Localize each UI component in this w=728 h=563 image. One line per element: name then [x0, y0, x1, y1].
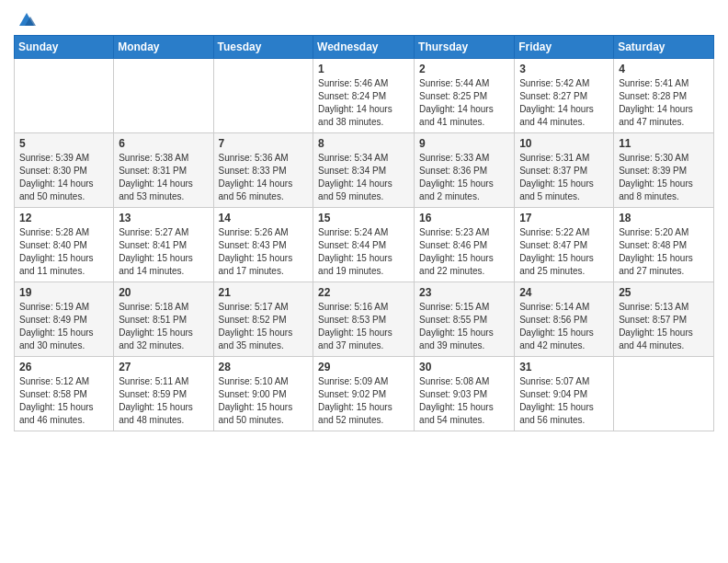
- day-number: 22: [318, 286, 409, 299]
- day-info: Sunrise: 5:38 AM Sunset: 8:31 PM Dayligh…: [119, 152, 208, 203]
- day-info: Sunrise: 5:34 AM Sunset: 8:34 PM Dayligh…: [318, 152, 409, 203]
- calendar-cell: 24Sunrise: 5:14 AM Sunset: 8:56 PM Dayli…: [515, 282, 614, 357]
- day-info: Sunrise: 5:18 AM Sunset: 8:51 PM Dayligh…: [119, 301, 208, 352]
- day-info: Sunrise: 5:44 AM Sunset: 8:25 PM Dayligh…: [419, 77, 509, 129]
- calendar-week-row: 19Sunrise: 5:19 AM Sunset: 8:49 PM Dayli…: [15, 282, 714, 357]
- day-info: Sunrise: 5:12 AM Sunset: 8:58 PM Dayligh…: [19, 375, 108, 427]
- day-info: Sunrise: 5:39 AM Sunset: 8:30 PM Dayligh…: [19, 152, 108, 203]
- calendar-cell: 19Sunrise: 5:19 AM Sunset: 8:49 PM Dayli…: [15, 282, 114, 357]
- calendar-cell: 27Sunrise: 5:11 AM Sunset: 8:59 PM Dayli…: [114, 357, 213, 431]
- calendar-cell: [114, 59, 213, 133]
- day-number: 18: [619, 212, 709, 224]
- day-info: Sunrise: 5:31 AM Sunset: 8:37 PM Dayligh…: [519, 152, 609, 203]
- calendar-cell: 4Sunrise: 5:41 AM Sunset: 8:28 PM Daylig…: [614, 59, 714, 133]
- day-number: 6: [119, 137, 208, 150]
- day-info: Sunrise: 5:14 AM Sunset: 8:56 PM Dayligh…: [519, 301, 609, 352]
- logo: [14, 9, 38, 28]
- day-number: 26: [19, 361, 108, 373]
- calendar-cell: [213, 59, 313, 133]
- day-number: 27: [119, 361, 208, 373]
- calendar-cell: 31Sunrise: 5:07 AM Sunset: 9:04 PM Dayli…: [515, 357, 614, 431]
- calendar-cell: 8Sunrise: 5:34 AM Sunset: 8:34 PM Daylig…: [313, 133, 415, 208]
- day-info: Sunrise: 5:23 AM Sunset: 8:46 PM Dayligh…: [419, 226, 509, 278]
- calendar-header-row: SundayMondayTuesdayWednesdayThursdayFrid…: [15, 36, 714, 59]
- day-info: Sunrise: 5:46 AM Sunset: 8:24 PM Dayligh…: [318, 77, 409, 129]
- day-info: Sunrise: 5:22 AM Sunset: 8:47 PM Dayligh…: [519, 226, 609, 278]
- calendar-cell: 5Sunrise: 5:39 AM Sunset: 8:30 PM Daylig…: [15, 133, 114, 208]
- day-number: 15: [318, 212, 409, 224]
- calendar-cell: 12Sunrise: 5:28 AM Sunset: 8:40 PM Dayli…: [15, 208, 114, 282]
- weekday-header-saturday: Saturday: [614, 36, 714, 59]
- day-number: 25: [619, 286, 709, 299]
- day-number: 12: [19, 212, 108, 224]
- day-info: Sunrise: 5:09 AM Sunset: 9:02 PM Dayligh…: [318, 375, 409, 427]
- day-number: 14: [219, 212, 309, 224]
- day-number: 29: [318, 361, 409, 373]
- day-number: 30: [419, 361, 509, 373]
- day-info: Sunrise: 5:36 AM Sunset: 8:33 PM Dayligh…: [219, 152, 309, 203]
- day-info: Sunrise: 5:19 AM Sunset: 8:49 PM Dayligh…: [19, 301, 108, 352]
- day-info: Sunrise: 5:13 AM Sunset: 8:57 PM Dayligh…: [619, 301, 709, 352]
- day-number: 10: [519, 137, 609, 150]
- day-number: 8: [318, 137, 409, 150]
- calendar-table: SundayMondayTuesdayWednesdayThursdayFrid…: [14, 35, 714, 431]
- day-info: Sunrise: 5:28 AM Sunset: 8:40 PM Dayligh…: [19, 226, 108, 278]
- day-number: 13: [119, 212, 208, 224]
- weekday-header-monday: Monday: [114, 36, 213, 59]
- calendar-cell: 25Sunrise: 5:13 AM Sunset: 8:57 PM Dayli…: [614, 282, 714, 357]
- day-number: 16: [419, 212, 509, 224]
- day-number: 3: [519, 63, 609, 75]
- day-info: Sunrise: 5:10 AM Sunset: 9:00 PM Dayligh…: [219, 375, 309, 427]
- calendar-cell: 10Sunrise: 5:31 AM Sunset: 8:37 PM Dayli…: [515, 133, 614, 208]
- day-number: 23: [419, 286, 509, 299]
- calendar-cell: 21Sunrise: 5:17 AM Sunset: 8:52 PM Dayli…: [213, 282, 313, 357]
- calendar-cell: 28Sunrise: 5:10 AM Sunset: 9:00 PM Dayli…: [213, 357, 313, 431]
- day-info: Sunrise: 5:41 AM Sunset: 8:28 PM Dayligh…: [619, 77, 709, 129]
- calendar-cell: 3Sunrise: 5:42 AM Sunset: 8:27 PM Daylig…: [515, 59, 614, 133]
- day-info: Sunrise: 5:26 AM Sunset: 8:43 PM Dayligh…: [219, 226, 309, 278]
- day-number: 17: [519, 212, 609, 224]
- day-number: 11: [619, 137, 709, 150]
- calendar-cell: 14Sunrise: 5:26 AM Sunset: 8:43 PM Dayli…: [213, 208, 313, 282]
- day-info: Sunrise: 5:20 AM Sunset: 8:48 PM Dayligh…: [619, 226, 709, 278]
- day-info: Sunrise: 5:30 AM Sunset: 8:39 PM Dayligh…: [619, 152, 709, 203]
- day-number: 2: [419, 63, 509, 75]
- weekday-header-wednesday: Wednesday: [313, 36, 415, 59]
- calendar-cell: 29Sunrise: 5:09 AM Sunset: 9:02 PM Dayli…: [313, 357, 415, 431]
- day-number: 7: [219, 137, 309, 150]
- logo-icon: [16, 9, 38, 31]
- day-number: 24: [519, 286, 609, 299]
- calendar-week-row: 5Sunrise: 5:39 AM Sunset: 8:30 PM Daylig…: [15, 133, 714, 208]
- calendar-cell: 18Sunrise: 5:20 AM Sunset: 8:48 PM Dayli…: [614, 208, 714, 282]
- calendar-cell: 30Sunrise: 5:08 AM Sunset: 9:03 PM Dayli…: [415, 357, 515, 431]
- weekday-header-tuesday: Tuesday: [213, 36, 313, 59]
- day-info: Sunrise: 5:24 AM Sunset: 8:44 PM Dayligh…: [318, 226, 409, 278]
- day-number: 9: [419, 137, 509, 150]
- weekday-header-sunday: Sunday: [15, 36, 114, 59]
- calendar-cell: 6Sunrise: 5:38 AM Sunset: 8:31 PM Daylig…: [114, 133, 213, 208]
- calendar-cell: 15Sunrise: 5:24 AM Sunset: 8:44 PM Dayli…: [313, 208, 415, 282]
- calendar-cell: [614, 357, 714, 431]
- calendar-cell: 7Sunrise: 5:36 AM Sunset: 8:33 PM Daylig…: [213, 133, 313, 208]
- calendar-cell: 11Sunrise: 5:30 AM Sunset: 8:39 PM Dayli…: [614, 133, 714, 208]
- weekday-header-thursday: Thursday: [415, 36, 515, 59]
- day-number: 21: [219, 286, 309, 299]
- calendar-cell: 26Sunrise: 5:12 AM Sunset: 8:58 PM Dayli…: [15, 357, 114, 431]
- day-info: Sunrise: 5:17 AM Sunset: 8:52 PM Dayligh…: [219, 301, 309, 352]
- page-header: [14, 9, 714, 28]
- weekday-header-friday: Friday: [515, 36, 614, 59]
- day-info: Sunrise: 5:08 AM Sunset: 9:03 PM Dayligh…: [419, 375, 509, 427]
- calendar-cell: 17Sunrise: 5:22 AM Sunset: 8:47 PM Dayli…: [515, 208, 614, 282]
- day-number: 31: [519, 361, 609, 373]
- day-number: 5: [19, 137, 108, 150]
- day-number: 1: [318, 63, 409, 75]
- calendar-cell: 22Sunrise: 5:16 AM Sunset: 8:53 PM Dayli…: [313, 282, 415, 357]
- day-info: Sunrise: 5:27 AM Sunset: 8:41 PM Dayligh…: [119, 226, 208, 278]
- calendar-cell: 20Sunrise: 5:18 AM Sunset: 8:51 PM Dayli…: [114, 282, 213, 357]
- day-number: 28: [219, 361, 309, 373]
- day-number: 20: [119, 286, 208, 299]
- calendar-cell: 23Sunrise: 5:15 AM Sunset: 8:55 PM Dayli…: [415, 282, 515, 357]
- calendar-cell: 16Sunrise: 5:23 AM Sunset: 8:46 PM Dayli…: [415, 208, 515, 282]
- calendar-cell: [15, 59, 114, 133]
- calendar-week-row: 26Sunrise: 5:12 AM Sunset: 8:58 PM Dayli…: [15, 357, 714, 431]
